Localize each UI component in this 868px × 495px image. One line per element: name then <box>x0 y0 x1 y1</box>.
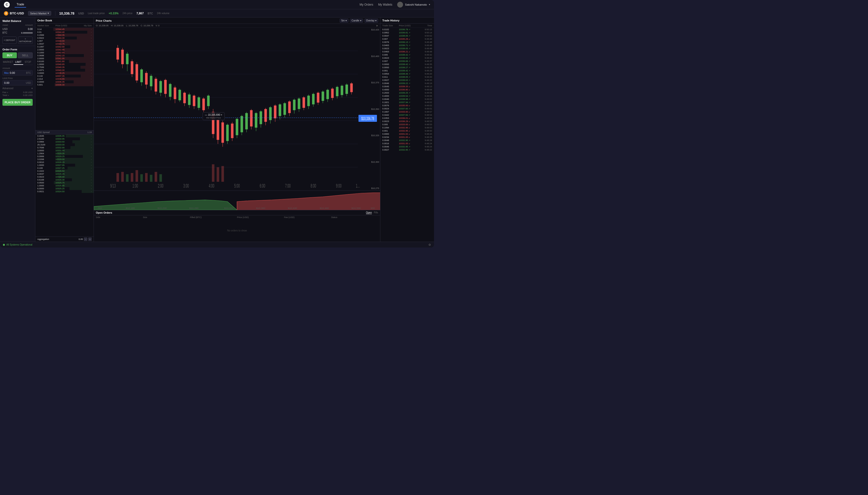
trade-history-row[interactable]: 0.0083 10331.02 ↙ 9:48:43 <box>380 132 434 135</box>
orderbook-sell-row[interactable]: 0.2999 10344.35 - <box>35 34 94 36</box>
overlay-dropdown[interactable]: Overlay▾ <box>364 18 378 23</box>
buy-tab[interactable]: BUY <box>2 52 17 58</box>
trade-history-row[interactable]: 0.0093 10338.27 ↗ 9:49:28 <box>380 66 434 69</box>
orderbook-buy-row[interactable]: 6.0000 10325.25 - <box>35 187 94 190</box>
my-orders-link[interactable]: My Orders <box>360 3 373 6</box>
orderbook-sell-row[interactable]: 0.0688 10342.15 - <box>35 54 94 57</box>
trade-history-row[interactable]: 0.0027 10338.63 ↗ 9:49:20 <box>380 79 434 82</box>
orderbook-sell-row[interactable]: 0.132 10337.35 - <box>35 74 94 78</box>
trade-history-row[interactable]: 0.0952 10336.81 ↗ 9:50:14 <box>380 31 434 34</box>
trade-history-row[interactable]: 0.1821 10337.94 ↗ 9:49:02 <box>380 101 434 104</box>
trade-history-row[interactable]: 0.007 10335.29 ↙ 9:49:49 <box>380 37 434 40</box>
timeframe-dropdown[interactable]: 5m▾ <box>340 18 348 23</box>
orderbook-buy-row[interactable]: 1.2904 10329.35 - <box>35 152 94 155</box>
trade-history-row[interactable]: 0.011 10338.05 ↗ 9:49:20 <box>380 75 434 79</box>
orderbook-sell-row[interactable]: 1.0047 10343.75 - <box>35 42 94 45</box>
trade-history-row[interactable]: 0.4000 10339.54 ↗ 9:49:06 <box>380 94 434 98</box>
open-orders-tab-open[interactable]: Open <box>366 211 372 214</box>
orderbook-sell-row[interactable]: 2.0000 10342.85 - <box>35 48 94 51</box>
orderbook-buy-row[interactable]: 0.0021 10324.50 - <box>35 190 94 193</box>
orderbook-sell-row[interactable]: 1.4371 10340.00 - <box>35 69 94 72</box>
orderbook-buy-row[interactable]: 25.3100 10333.00 - <box>35 143 94 146</box>
open-orders-tab-fills[interactable]: Fills <box>374 211 378 214</box>
trade-history-row[interactable]: 0.0045 10339.33 ↙ 9:49:13 <box>380 85 434 88</box>
trade-history-row[interactable]: 0.0102 10336.78 ↗ 9:50:15 <box>380 28 434 31</box>
orderbook-buy-row[interactable]: 3.0268 10329.00 - <box>35 158 94 161</box>
nav-tab-trade[interactable]: Trade <box>15 2 26 7</box>
trade-history-row[interactable]: 0.0047 10338.05 ↗ 9:50:02 <box>380 34 434 37</box>
orderbook-buy-row[interactable]: 1.0000 10327.95 - <box>35 164 94 167</box>
trade-history-row[interactable]: 0.0024 10337.60 ↗ 9:49:01 <box>380 107 434 110</box>
orderbook-sell-row[interactable]: 3.0000 10339.25 - <box>35 72 94 74</box>
orderbook-sell-row[interactable]: 0.01 10344.40 - <box>35 31 94 34</box>
user-menu[interactable]: Satoshi Nakamoto ▾ <box>397 2 430 7</box>
trade-history-row[interactable]: 0.0046 10339.22 ↗ 9:49:19 <box>380 82 434 85</box>
orderbook-buy-row[interactable]: 0.0023 10326.40 - <box>35 175 94 178</box>
orderbook-sell-row[interactable]: 5.601 10336.30 - <box>35 83 94 86</box>
chart-type-dropdown[interactable]: Candle▾ <box>350 18 363 23</box>
orderbook-buy-row[interactable]: 0.0500 10325.75 - <box>35 181 94 184</box>
trade-history-row[interactable]: 0.0027 10332.95 ↗ 9:48:22 <box>380 148 434 151</box>
orderbook-sell-row[interactable]: 0.0000 10336.35 - <box>35 80 94 83</box>
orderbook-buy-row[interactable]: 0.1022 10326.50 - <box>35 170 94 172</box>
orderbook-buy-row[interactable]: 0.100 10327.25 - <box>35 167 94 170</box>
trade-history-row[interactable]: 0.1094 10332.96 ↙ 9:48:53 <box>380 126 434 129</box>
orderbook-buy-row[interactable]: 0.0999 10329.25 - <box>35 155 94 158</box>
sell-tab[interactable]: SELL <box>18 52 33 58</box>
trade-history-row[interactable]: 0.1667 10333.60 ↙ 9:48:57 <box>380 110 434 113</box>
deposit-button[interactable]: + DEPOSIT <box>2 36 17 44</box>
my-wallets-link[interactable]: My Wallets <box>378 3 392 6</box>
amount-input[interactable] <box>10 71 26 74</box>
trade-history-row[interactable]: 0.2933 10339.25 ↗ 9:49:06 <box>380 91 434 94</box>
select-market-button[interactable]: Select Market ▾ <box>28 11 51 16</box>
trade-history-row[interactable]: 0.0046 10332.95 ↗ 9:48:24 <box>380 145 434 148</box>
trade-history-row[interactable]: 0.0463 10336.71 ↗ 9:49:48 <box>380 44 434 47</box>
orderbook-buy-row[interactable]: 2.5100 10334.95 - <box>35 137 94 140</box>
aggregation-plus-button[interactable]: + <box>88 238 92 241</box>
trade-history-row[interactable]: 0.001 10332.95 ↙ 9:48:50 <box>380 129 434 132</box>
orderbook-buy-row[interactable]: 0.0984 10333.50 - <box>35 140 94 143</box>
trade-history-row[interactable]: 0.0234 10331.00 ↙ 9:48:28 <box>380 135 434 139</box>
trade-history-row[interactable]: 0.0093 10338.42 ↗ 9:49:35 <box>380 63 434 66</box>
trade-history-row[interactable]: 0.001 10338.42 ↗ 9:49:26 <box>380 69 434 72</box>
trade-history-row[interactable]: 0.005 10333.00 ↙ 9:48:53 <box>380 123 434 126</box>
trade-history-row[interactable]: 0.0016 10331.00 ↙ 9:48:24 <box>380 142 434 145</box>
orderbook-buy-row[interactable]: 0.6168 10326.30 - <box>35 178 94 181</box>
orderbook-sell-row[interactable]: 0.6100 10341.80 - <box>35 60 94 63</box>
orderbook-sell-row[interactable]: 1.007 10344.00 - <box>35 39 94 42</box>
withdraw-button[interactable]: + WITHDRAW <box>18 36 33 44</box>
trade-history-row[interactable]: 0.4000 10336.80 ↙ 9:49:06 <box>380 88 434 91</box>
orderbook-sell-row[interactable]: 3.14 10344.45 - <box>35 28 94 31</box>
place-buy-order-button[interactable]: PLACE BUY ORDER <box>2 99 33 106</box>
orderbook-buy-row[interactable]: 0.4045 10335.05 - <box>35 135 94 137</box>
logo[interactable]: C <box>4 2 10 7</box>
orderbook-buy-row[interactable]: 0.7599 10332.90 - <box>35 146 94 149</box>
trade-history-row[interactable]: 0.0023 10338.60 ↗ 9:49:42 <box>380 56 434 59</box>
orderbook-sell-row[interactable]: 1.0000 10340.65 - <box>35 63 94 66</box>
orderbook-sell-row[interactable]: 0.7599 10340.35 - <box>35 66 94 69</box>
trade-history-row[interactable]: 0.007 10336.66 ↗ 9:49:37 <box>380 59 434 63</box>
orderbook-sell-row[interactable]: 2.414 10336.55 - <box>35 78 94 80</box>
orderbook-sell-row[interactable]: 0.1087 10342.90 - <box>35 45 94 48</box>
trade-history-row[interactable]: 0.0353 10336.01 ↙ 9:48:54 <box>380 117 434 120</box>
orderbook-sell-row[interactable]: 0.1000 10342.65 - <box>35 51 94 54</box>
aggregation-minus-button[interactable]: − <box>84 238 87 241</box>
orderbook-sell-row[interactable]: 0.5922 10344.30 - <box>35 36 94 39</box>
advanced-section[interactable]: Advanced ▾ <box>2 87 33 90</box>
orderbook-sell-row[interactable]: 2.0000 10341.95 - <box>35 57 94 60</box>
order-type-stop[interactable]: STOP <box>23 60 33 65</box>
trade-history-row[interactable]: 0.0023 10336.29 ↙ 9:48:53 <box>380 120 434 123</box>
orderbook-buy-row[interactable]: 0.0010 10328.15 - <box>35 161 94 164</box>
trade-history-row[interactable]: 0.0463 10336.21 ↙ 9:49:48 <box>380 50 434 53</box>
settings-icon[interactable]: ⚙ <box>428 243 431 246</box>
trade-history-row[interactable]: 0.0076 10335.00 ↙ 9:49:02 <box>380 104 434 107</box>
order-type-market[interactable]: MARKET <box>2 60 14 65</box>
trade-history-row[interactable]: 0.0046 10338.98 ↗ 9:49:02 <box>380 98 434 101</box>
trade-history-row[interactable]: 0.005 10338.42 ↗ 9:49:42 <box>380 53 434 56</box>
orderbook-buy-row[interactable]: 0.0037 10326.45 - <box>35 172 94 175</box>
trade-history-row[interactable]: 0.0023 10338.05 ↗ 9:49:48 <box>380 47 434 50</box>
trade-history-row[interactable]: 0.0048 10332.95 ↗ 9:48:28 <box>380 139 434 142</box>
limit-price-input[interactable] <box>4 81 26 84</box>
trade-history-row[interactable]: 0.0054 10338.46 ↗ 9:49:20 <box>380 72 434 75</box>
max-label[interactable]: Max <box>4 72 9 74</box>
